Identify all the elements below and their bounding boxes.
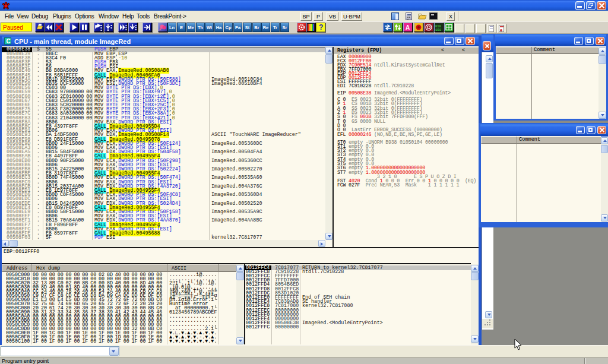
svg-text:101: 101 — [435, 28, 442, 32]
svg-text:A: A — [406, 24, 410, 31]
